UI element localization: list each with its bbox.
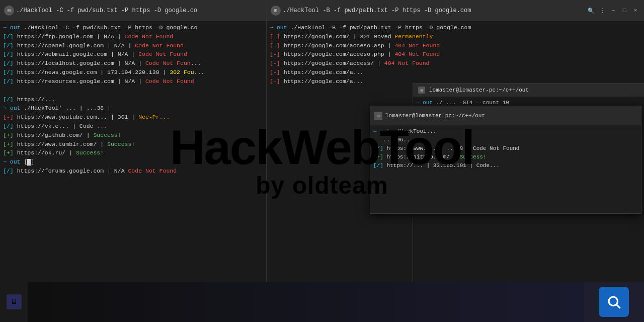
terminal-left[interactable]: ⊞ ./HackTool -C -f pwd/sub.txt -P https … xyxy=(0,0,267,322)
close-button[interactable]: × xyxy=(631,6,640,15)
ov-line-2: ...306.... xyxy=(373,136,638,144)
overlay-tab-title: lomaster@lomaster-pc:~/c++/out xyxy=(385,113,637,119)
right-tab-title: ./HackTool -B -f pwd/path.txt -P https -… xyxy=(283,7,585,14)
r-line-3: [-] https://google.com/acceso.asp | 404 … xyxy=(270,41,641,50)
svg-line-1 xyxy=(617,305,620,308)
overlay-content: → out ./HackTool... ...306.... [/] https… xyxy=(370,125,641,213)
bottom-center-panel xyxy=(28,282,584,322)
line-11: [/] https://vk.c... | Code ... xyxy=(3,122,263,131)
line-3: [/] https://cpanel.google.com | N/A | Co… xyxy=(3,41,263,50)
ov-line-1: → out ./HackTool... xyxy=(373,127,638,136)
line-7: [/] https://resources.google.com | N/A |… xyxy=(3,77,263,86)
line-blank xyxy=(3,86,263,95)
line-6: [/] https://news.google.com | 173.194.22… xyxy=(3,68,263,77)
line-8: [/] https://... xyxy=(3,95,263,104)
line-1: → out ./HackTool -C -f pwd/sub.txt -P ht… xyxy=(3,23,263,32)
r-line-1: → out ./HackTool -B -f pwd/path.txt -P h… xyxy=(270,23,641,32)
taskbar-icon-1[interactable]: 🖥 xyxy=(7,294,22,309)
bottom-bar: 🖥 xyxy=(0,282,644,322)
line-14: [+] https://ok.ru/ | Success! xyxy=(3,148,263,157)
ov-line-3: [/] https://www.... | ...38 | Code Not F… xyxy=(373,144,638,153)
line-10: [-] https://www.youtube.com... | 301 | N… xyxy=(3,113,263,122)
maximize-button[interactable]: □ xyxy=(620,6,629,15)
bottom-left-panel: 🖥 xyxy=(0,282,28,322)
minimize-button[interactable]: − xyxy=(609,6,618,15)
ov-line-5: [/] https://... | 33.165.191 | Code... xyxy=(373,162,638,170)
left-terminal-content: → out ./HackTool -C -f pwd/sub.txt -P ht… xyxy=(0,21,266,322)
right-info-title-bar: ⊞ lomaster@lomaster-pc:~/c++/out xyxy=(413,84,644,97)
line-5: [/] https://localhost.google.com | N/A |… xyxy=(3,59,263,68)
overlay-tab-bar: ⊞ lomaster@lomaster-pc:~/c++/out xyxy=(370,106,641,125)
overlay-window[interactable]: ⊞ lomaster@lomaster-pc:~/c++/out → out .… xyxy=(370,106,641,214)
r-line-6: [-] https://google.com/a... xyxy=(270,68,641,77)
line-17 xyxy=(3,176,263,185)
right-tab-icon: ⊞ xyxy=(271,6,281,16)
line-13: [+] https://www.tumblr.com/ | Success! xyxy=(3,140,263,149)
line-2: [/] https://ftp.google.com | N/A | Code … xyxy=(3,32,263,41)
left-tab-title: ./HackTool -C -f pwd/sub.txt -P https -D… xyxy=(16,7,260,14)
info-panel-title: lomaster@lomaster-pc:~/c++/out xyxy=(429,87,529,93)
line-12: [+] https://github.com/ | Success! xyxy=(3,131,263,140)
r-line-5: [-] https://google.com/access/ | 404 Not… xyxy=(270,59,641,68)
line-9: → out ./HackTool' ... | ...38 | xyxy=(3,104,263,113)
right-tab-bar: ⊞ ./HackTool -B -f pwd/path.txt -P https… xyxy=(267,0,644,21)
left-tab-icon: ⊞ xyxy=(4,6,14,16)
overlay-tab-icon: ⊞ xyxy=(374,112,382,120)
info-panel-icon: ⊞ xyxy=(418,87,425,94)
ov-line-4: [+] https://github.com/ | Success! xyxy=(373,153,638,162)
r-line-4: [-] https://google.com/acceso.php | 404 … xyxy=(270,50,641,59)
r-line-2: [-] https://google.com/ | 301 Moved Perm… xyxy=(270,32,641,41)
line-16: [/] https://forums.google.com | N/A Code… xyxy=(3,167,263,176)
left-tab-bar: ⊞ ./HackTool -C -f pwd/sub.txt -P https … xyxy=(0,0,266,21)
search-icon-box[interactable] xyxy=(599,287,629,317)
bottom-right-panel xyxy=(584,282,644,322)
menu-button[interactable]: ⋮ xyxy=(598,6,607,15)
line-4: [/] https://webmail.google.com | N/A | C… xyxy=(3,50,263,59)
search-button[interactable]: 🔍 xyxy=(587,6,596,15)
right-tab-controls[interactable]: 🔍 ⋮ − □ × xyxy=(587,6,640,15)
svg-point-0 xyxy=(609,297,618,306)
line-15: → out [] xyxy=(3,157,263,167)
terminal-right[interactable]: ⊞ ./HackTool -B -f pwd/path.txt -P https… xyxy=(267,0,644,322)
